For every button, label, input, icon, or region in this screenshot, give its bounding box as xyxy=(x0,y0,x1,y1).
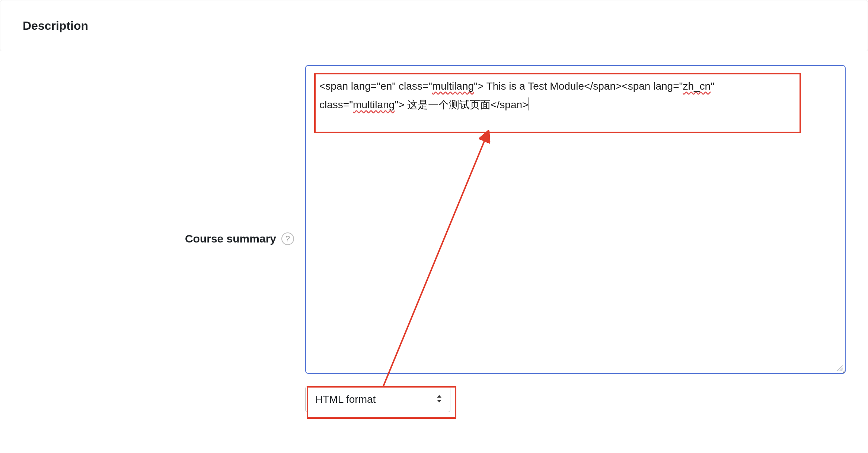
editor-text: "> 这是一个测试页面</span> xyxy=(395,99,529,110)
page-root: Description Course summary ? <span lang=… xyxy=(0,0,868,453)
editor-text: <span lang="en" class=" xyxy=(319,80,432,92)
editor-text: "> This is a Test Module</span><span lan… xyxy=(474,80,683,92)
svg-line-0 xyxy=(837,366,843,371)
editor-text: " xyxy=(711,80,714,92)
editor-line-1: <span lang="en" class="multilang"> This … xyxy=(319,77,832,96)
course-summary-textarea[interactable]: <span lang="en" class="multilang"> This … xyxy=(305,65,846,374)
resize-grip-icon xyxy=(836,364,843,371)
editor-line-2: class="multilang"> 这是一个测试页面</span> xyxy=(319,96,832,114)
course-summary-row: Course summary ? <span lang="en" class="… xyxy=(0,65,868,412)
format-select-row: HTML format xyxy=(305,386,846,412)
format-select[interactable]: HTML format xyxy=(305,386,450,412)
svg-line-2 xyxy=(842,370,843,371)
field-column: <span lang="en" class="multilang"> This … xyxy=(305,65,868,412)
editor-text-spell: multilang xyxy=(432,80,474,92)
editor-text-spell: multilang xyxy=(353,99,395,110)
svg-line-1 xyxy=(840,368,843,371)
section-description-header[interactable]: Description xyxy=(0,0,868,51)
editor-text-spell: zh_cn xyxy=(683,80,711,92)
label-column: Course summary ? xyxy=(0,65,305,412)
editor-text: class=" xyxy=(319,99,353,110)
format-select-wrap: HTML format xyxy=(305,386,450,412)
course-summary-label: Course summary xyxy=(185,232,276,245)
help-icon[interactable]: ? xyxy=(281,232,294,245)
section-title: Description xyxy=(23,19,88,33)
